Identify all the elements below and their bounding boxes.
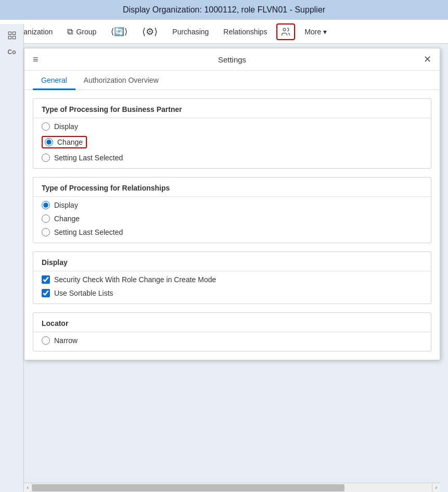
radio-change-rel-input[interactable] (42, 215, 50, 223)
nav-bar: Organization ⧉ Group ⟨🔄⟩ ⟨⚙⟩ Purchasing … (0, 20, 448, 44)
radio-change-bp-label: Change (57, 138, 83, 146)
hamburger-icon[interactable]: ≡ (33, 54, 48, 65)
nav-group[interactable]: ⧉ Group (60, 21, 104, 43)
svg-rect-2 (12, 32, 15, 34)
section-relationships: Type of Processing for Relationships Dis… (33, 177, 431, 243)
radio-change-bp[interactable]: Change (42, 136, 423, 148)
radio-display-rel-input[interactable] (42, 201, 50, 209)
nav-icon2[interactable]: ⟨⚙⟩ (135, 20, 165, 44)
modal-tabs: General Authorization Overview (24, 71, 440, 90)
radio-display-rel-label: Display (54, 201, 78, 209)
radio-group-business-partner: Display Change Setting Last Selected (33, 118, 431, 168)
radio-change-bp-highlight: Change (42, 136, 87, 148)
section-business-partner-title: Type of Processing for Business Partner (33, 99, 431, 118)
radio-last-rel[interactable]: Setting Last Selected (42, 228, 423, 236)
radio-group-locator: Narrow (33, 332, 431, 351)
sidebar-icon-2[interactable]: Co (4, 45, 20, 59)
checkbox-group-display: Security Check With Role Change in Creat… (33, 271, 431, 304)
group-icon: ⧉ (67, 27, 73, 36)
section-display-title: Display (33, 252, 431, 271)
checkbox-security-label: Security Check With Role Change in Creat… (54, 275, 216, 284)
section-business-partner: Type of Processing for Business Partner … (33, 98, 431, 169)
radio-display-bp[interactable]: Display (42, 122, 423, 131)
radio-last-bp-label: Setting Last Selected (54, 154, 123, 162)
radio-last-bp[interactable]: Setting Last Selected (42, 154, 423, 162)
section-display: Display Security Check With Role Change … (33, 251, 431, 304)
radio-display-bp-input[interactable] (42, 122, 50, 131)
checkbox-security[interactable]: Security Check With Role Change in Creat… (42, 275, 423, 284)
radio-narrow-input[interactable] (42, 336, 50, 345)
radio-change-bp-input[interactable] (45, 138, 53, 146)
checkbox-sortable-label: Use Sortable Lists (54, 289, 113, 297)
chevron-down-icon: ▾ (323, 28, 327, 36)
svg-point-0 (283, 28, 286, 31)
radio-last-rel-label: Setting Last Selected (54, 228, 123, 236)
bottom-scrollbar: ‹ › (24, 483, 440, 492)
modal-body[interactable]: Type of Processing for Business Partner … (24, 90, 440, 360)
radio-display-rel[interactable]: Display (42, 201, 423, 209)
checkbox-security-input[interactable] (42, 275, 50, 284)
section-locator: Locator Narrow (33, 312, 431, 351)
close-button[interactable]: ✕ (416, 54, 431, 65)
roles-icon (280, 27, 291, 37)
radio-change-rel-label: Change (54, 215, 80, 223)
settings-modal: ≡ Settings ✕ General Authorization Overv… (24, 48, 440, 360)
scroll-left-arrow[interactable]: ‹ (24, 483, 32, 493)
radio-last-rel-input[interactable] (42, 228, 50, 236)
left-sidebar: Co (0, 24, 24, 492)
tab-authorization-overview[interactable]: Authorization Overview (75, 71, 167, 90)
svg-rect-1 (8, 32, 11, 34)
nav-purchasing[interactable]: Purchasing (165, 21, 216, 42)
checkbox-sortable[interactable]: Use Sortable Lists (42, 289, 423, 297)
nav-more[interactable]: More ▾ (297, 21, 334, 42)
nav-roles-icon-btn[interactable] (276, 23, 295, 40)
nav-relationships[interactable]: Relationships (216, 21, 274, 42)
scroll-track[interactable] (32, 483, 432, 492)
title-text: Display Organization: 1000112, role FLVN… (123, 5, 325, 14)
modal-title: Settings (48, 55, 416, 64)
tab-general[interactable]: General (33, 71, 75, 90)
radio-last-bp-input[interactable] (42, 154, 50, 162)
sidebar-icon-1[interactable] (4, 28, 20, 43)
section-locator-title: Locator (33, 313, 431, 332)
title-bar: Display Organization: 1000112, role FLVN… (0, 0, 448, 20)
nav-icon1[interactable]: ⟨🔄⟩ (104, 20, 135, 43)
svg-rect-4 (12, 36, 15, 39)
radio-display-bp-label: Display (54, 122, 78, 131)
radio-narrow[interactable]: Narrow (42, 336, 423, 345)
radio-change-rel[interactable]: Change (42, 215, 423, 223)
modal-header: ≡ Settings ✕ (24, 48, 440, 71)
radio-group-relationships: Display Change Setting Last Selected (33, 197, 431, 243)
scroll-thumb[interactable] (32, 484, 344, 491)
checkbox-sortable-input[interactable] (42, 289, 50, 297)
scroll-right-arrow[interactable]: › (432, 483, 440, 493)
svg-rect-3 (8, 36, 11, 39)
radio-narrow-label: Narrow (54, 336, 78, 345)
section-relationships-title: Type of Processing for Relationships (33, 178, 431, 196)
